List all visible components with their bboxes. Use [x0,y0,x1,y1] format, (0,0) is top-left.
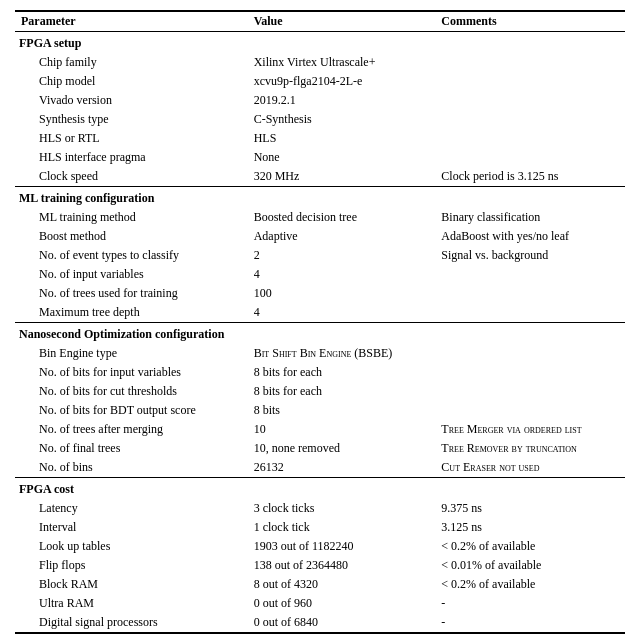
param-cell: Flip flops [15,556,248,575]
param-cell: Synthesis type [15,110,248,129]
comment-cell [435,284,625,303]
comment-cell: Signal vs. background [435,246,625,265]
table-row: Flip flops138 out of 2364480< 0.01% of a… [15,556,625,575]
table-row: Maximum tree depth4 [15,303,625,323]
comment-cell: - [435,594,625,613]
comment-cell: AdaBoost with yes/no leaf [435,227,625,246]
comment-cell [435,265,625,284]
value-cell: 1 clock tick [248,518,436,537]
value-cell: 2019.2.1 [248,91,436,110]
param-cell: Ultra RAM [15,594,248,613]
value-cell: 8 bits [248,401,436,420]
table-row: Latency3 clock ticks9.375 ns [15,499,625,518]
table-row: No. of trees used for training100 [15,284,625,303]
table-row: No. of input variables4 [15,265,625,284]
param-cell: No. of trees used for training [15,284,248,303]
comment-cell [435,110,625,129]
table-row: ML training methodBoosted decision treeB… [15,208,625,227]
table-row: Chip modelxcvu9p-flga2104-2L-e [15,72,625,91]
param-cell: No. of input variables [15,265,248,284]
value-cell: 320 MHz [248,167,436,187]
comment-cell [435,148,625,167]
param-cell: No. of trees after merging [15,420,248,439]
comment-cell [435,344,625,363]
value-cell: 1903 out of 1182240 [248,537,436,556]
table-row: Clock speed320 MHzClock period is 3.125 … [15,167,625,187]
value-cell: 100 [248,284,436,303]
comment-cell: Tree Remover by truncation [435,439,625,458]
comment-cell [435,129,625,148]
section-header-3: FPGA cost [15,478,625,500]
col-header-comments: Comments [435,11,625,32]
comment-cell [435,91,625,110]
comment-cell [435,303,625,323]
table-row: No. of trees after merging10Tree Merger … [15,420,625,439]
value-cell: Bit Shift Bin Engine (BSBE) [248,344,436,363]
table-row: Look up tables1903 out of 1182240< 0.2% … [15,537,625,556]
value-cell: 10, none removed [248,439,436,458]
table-row: No. of bits for input variables8 bits fo… [15,363,625,382]
table-row: HLS or RTLHLS [15,129,625,148]
comment-cell [435,382,625,401]
value-cell: None [248,148,436,167]
param-cell: No. of bits for BDT output score [15,401,248,420]
section-header-1: ML training configuration [15,187,625,209]
param-cell: Digital signal processors [15,613,248,633]
section-title: FPGA cost [15,478,625,500]
table-row: No. of bins26132Cut Eraser not used [15,458,625,478]
value-cell: HLS [248,129,436,148]
value-cell: 10 [248,420,436,439]
section-title: ML training configuration [15,187,625,209]
param-cell: HLS or RTL [15,129,248,148]
col-header-parameter: Parameter [15,11,248,32]
section-title: FPGA setup [15,32,625,54]
table-row: Synthesis typeC-Synthesis [15,110,625,129]
comment-cell: Binary classification [435,208,625,227]
value-cell: 3 clock ticks [248,499,436,518]
param-cell: No. of bits for cut thresholds [15,382,248,401]
value-cell: 4 [248,265,436,284]
table-row: HLS interface pragmaNone [15,148,625,167]
comment-cell: - [435,613,625,633]
value-cell: 8 out of 4320 [248,575,436,594]
param-cell: No. of bits for input variables [15,363,248,382]
param-cell: Block RAM [15,575,248,594]
param-cell: No. of final trees [15,439,248,458]
comment-cell: 3.125 ns [435,518,625,537]
param-cell: Boost method [15,227,248,246]
table-row: Bin Engine typeBit Shift Bin Engine (BSB… [15,344,625,363]
comment-cell [435,401,625,420]
value-cell: Boosted decision tree [248,208,436,227]
table-row: Vivado version2019.2.1 [15,91,625,110]
param-cell: Clock speed [15,167,248,187]
comment-cell [435,53,625,72]
comment-cell [435,72,625,91]
table-row: No. of bits for cut thresholds8 bits for… [15,382,625,401]
section-header-0: FPGA setup [15,32,625,54]
param-cell: Maximum tree depth [15,303,248,323]
table-row: Boost methodAdaptiveAdaBoost with yes/no… [15,227,625,246]
param-cell: Chip family [15,53,248,72]
param-cell: HLS interface pragma [15,148,248,167]
comment-cell [435,363,625,382]
param-cell: No. of event types to classify [15,246,248,265]
value-cell: 8 bits for each [248,363,436,382]
comment-cell: Clock period is 3.125 ns [435,167,625,187]
value-cell: 4 [248,303,436,323]
value-cell: 0 out of 960 [248,594,436,613]
param-cell: Latency [15,499,248,518]
value-cell: Xilinx Virtex Ultrascale+ [248,53,436,72]
comment-cell: < 0.2% of available [435,537,625,556]
value-cell: Adaptive [248,227,436,246]
comment-cell: Tree Merger via ordered list [435,420,625,439]
table-row: No. of event types to classify2Signal vs… [15,246,625,265]
comment-cell: Cut Eraser not used [435,458,625,478]
section-header-2: Nanosecond Optimization configuration [15,323,625,345]
param-cell: Bin Engine type [15,344,248,363]
value-cell: 0 out of 6840 [248,613,436,633]
param-cell: Interval [15,518,248,537]
table-row: Digital signal processors0 out of 6840- [15,613,625,633]
table-row: No. of bits for BDT output score8 bits [15,401,625,420]
param-cell: Vivado version [15,91,248,110]
col-header-value: Value [248,11,436,32]
